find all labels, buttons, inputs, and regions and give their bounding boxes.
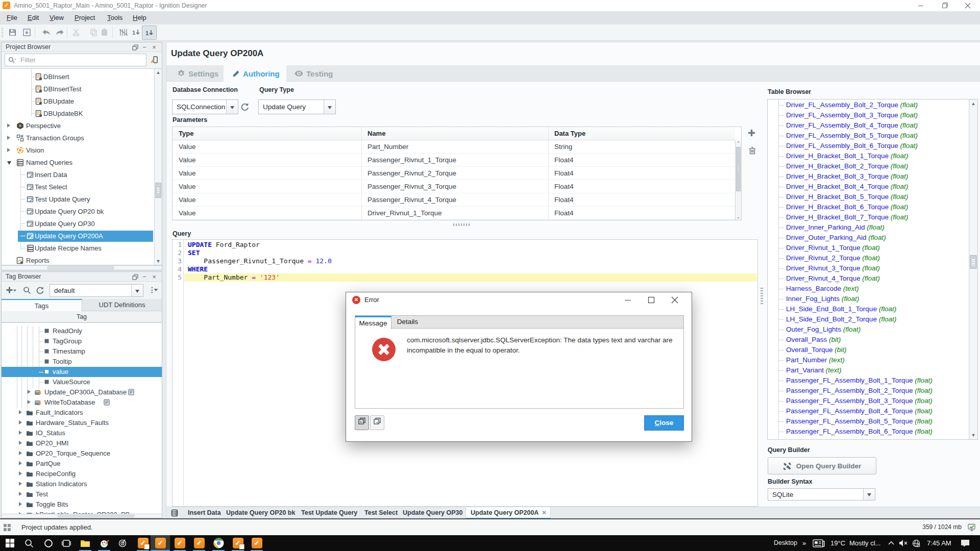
code-line[interactable]: 5 Part_Number = '123' xyxy=(173,273,757,282)
table-column-item[interactable]: Driver_FL_Assembly_Bolt_2_Torque (float) xyxy=(768,100,969,110)
ignition-app-icon[interactable] xyxy=(247,535,266,551)
cut-icon[interactable] xyxy=(72,28,81,37)
project-tree-item[interactable]: DBUpdateBK xyxy=(2,108,154,120)
status-grid-icon[interactable] xyxy=(4,524,11,531)
project-browser-minimize-icon[interactable]: – xyxy=(140,43,149,52)
tree-collapsed-icon[interactable] xyxy=(19,492,22,496)
paste-icon[interactable] xyxy=(100,28,109,37)
table-column-item[interactable]: Driver_H_Bracket_Bolt_1_Torque (float) xyxy=(768,151,969,161)
start-button[interactable] xyxy=(0,535,19,551)
weather-condition[interactable]: Mostly cl... xyxy=(849,535,880,551)
tree-expanded-icon[interactable] xyxy=(7,161,11,165)
tag-tree-item[interactable]: OP20_Torque_Sequence xyxy=(2,448,162,459)
scroll-up-icon[interactable]: ⌃ xyxy=(736,140,741,146)
table-column-item[interactable]: Harness_Barcode (text) xyxy=(768,284,969,294)
ignition-designer-icon[interactable] xyxy=(133,535,153,551)
bottom-tab-update-query-op30[interactable]: Update Query OP30 xyxy=(403,507,462,519)
project-tree-item[interactable]: Update Recipe Names xyxy=(2,242,154,255)
ignition-app-icon[interactable] xyxy=(170,535,189,551)
copy-to-clipboard-button[interactable] xyxy=(355,415,369,430)
tag-tree-item[interactable]: ValueSource xyxy=(2,377,162,387)
tab-authoring[interactable]: Authoring xyxy=(224,65,286,82)
tree-collapsed-icon[interactable] xyxy=(28,390,31,394)
file-explorer-icon[interactable] xyxy=(76,535,95,551)
dialog-maximize-button[interactable] xyxy=(641,292,662,308)
tree-collapsed-icon[interactable] xyxy=(7,136,10,140)
tree-collapsed-icon[interactable] xyxy=(19,431,22,435)
parameter-row[interactable]: ValuePassenger_Rivnut_4_TorqueFloat4 xyxy=(173,193,735,207)
tag-tree-item[interactable]: PartQue xyxy=(2,459,162,469)
window-restore-button[interactable] xyxy=(935,0,952,11)
tag-provider-select[interactable]: default xyxy=(50,284,143,297)
tag-search-icon[interactable] xyxy=(23,286,31,294)
table-column-item[interactable]: Driver_FL_Assembly_Bolt_4_Torque (float) xyxy=(768,120,969,131)
table-column-item[interactable]: Driver_FL_Assembly_Bolt_6_Torque (float) xyxy=(768,141,969,151)
table-column-item[interactable]: Driver_Rivnut_3_Torque (float) xyxy=(768,263,969,273)
tab-settings[interactable]: Settings xyxy=(172,65,224,82)
tag-tree-item[interactable]: TagGroup xyxy=(2,336,162,346)
table-column-item[interactable]: Passenger_FL_Assembly_Bolt_5_Torque (flo… xyxy=(768,416,969,427)
table-column-item[interactable]: Driver_Outer_Parking_Aid (float) xyxy=(768,233,969,243)
close-button[interactable]: Close xyxy=(644,415,684,431)
project-tree-item[interactable]: Reports xyxy=(2,255,154,265)
menu-file[interactable]: File xyxy=(7,11,17,24)
tag-column-header[interactable]: Tag xyxy=(2,311,162,322)
undo-icon[interactable] xyxy=(42,28,51,37)
media-app-icon[interactable] xyxy=(113,535,132,551)
table-column-item[interactable]: Inner_Fog_Lights (float) xyxy=(768,294,969,304)
table-column-item[interactable]: Driver_H_Bracket_Bolt_6_Torque (float) xyxy=(768,202,969,212)
project-tree-vscrollbar[interactable]: ▲ ▼ xyxy=(154,69,162,265)
code-line[interactable]: 2SET xyxy=(173,249,757,257)
scroll-up-icon[interactable]: ▲ xyxy=(155,69,162,76)
add-parameter-icon[interactable] xyxy=(748,129,755,137)
bottom-tab-test-select[interactable]: Test Select xyxy=(364,507,398,519)
delete-parameter-icon[interactable] xyxy=(749,146,756,155)
tag-tree-item[interactable]: RecipeConfig xyxy=(2,469,162,479)
chevron-down-icon[interactable] xyxy=(154,288,158,292)
locate-selection-icon[interactable] xyxy=(150,55,159,64)
dialog-close-button[interactable] xyxy=(665,292,685,308)
taskbar-chevron-right-icon[interactable]: » xyxy=(802,535,806,551)
table-column-item[interactable]: Passenger_FL_Assembly_Bolt_6_Torque (flo… xyxy=(768,427,969,437)
chrome-icon[interactable] xyxy=(209,535,228,551)
project-tree-item[interactable]: DBUpdate xyxy=(2,95,154,108)
project-tree-item[interactable]: Transaction Groups xyxy=(2,132,154,144)
tag-tree-item[interactable]: Hardware_Status_Faults xyxy=(2,418,162,428)
parameters-table-vscrollbar[interactable]: ⌃ ⌄ xyxy=(735,140,741,220)
table-column-item[interactable]: Passenger_FL_Assembly_Bolt_1_Torque (flo… xyxy=(768,375,969,386)
column-header-data-type[interactable]: Data Type xyxy=(548,127,730,140)
paint-app-icon[interactable] xyxy=(94,535,114,551)
scrollbar-thumb[interactable] xyxy=(736,147,741,191)
table-column-item[interactable]: Driver_FL_Assembly_Bolt_3_Torque (float) xyxy=(768,110,969,120)
tab-message[interactable]: Message xyxy=(355,316,391,329)
tag-tree-hscrollbar[interactable] xyxy=(2,514,162,518)
ignition-designer-active-icon[interactable] xyxy=(151,535,170,551)
project-tree-item[interactable]: Named Queries xyxy=(2,157,154,169)
tag-diagnostics-icon[interactable] xyxy=(119,28,128,37)
tree-collapsed-icon[interactable] xyxy=(19,502,22,506)
sort-order-pressed-icon[interactable]: 1 xyxy=(145,29,154,38)
table-column-item[interactable]: Outer_Fog_Lights (float) xyxy=(768,324,969,335)
table-column-item[interactable]: Overall_Pass (bit) xyxy=(768,335,969,345)
table-column-item[interactable]: Driver_Rivnut_1_Torque (float) xyxy=(768,243,969,253)
menu-tools[interactable]: Tools xyxy=(107,11,122,24)
refresh-connections-icon[interactable] xyxy=(240,103,249,111)
tab-tags[interactable]: Tags xyxy=(2,299,82,311)
window-close-button[interactable] xyxy=(959,0,976,11)
table-column-item[interactable]: Driver_H_Bracket_Bolt_7_Torque (float) xyxy=(768,212,969,222)
scrollbar-thumb[interactable] xyxy=(47,266,114,269)
project-tree-item[interactable]: Test Select xyxy=(2,181,154,193)
splitter-handle-horizontal[interactable] xyxy=(453,223,470,226)
weather-temperature[interactable]: 19°C xyxy=(830,535,845,551)
project-filter-input[interactable]: Filter xyxy=(5,54,146,66)
scrollbar-thumb[interactable] xyxy=(155,183,161,198)
clock[interactable]: 7:45 AM xyxy=(927,535,951,551)
show-desktop-label[interactable]: Desktop xyxy=(774,535,797,551)
table-column-item[interactable]: Passenger_FL_Assembly_Bolt_2_Torque (flo… xyxy=(768,386,969,396)
parameter-row[interactable]: ValuePassenger_Rivnut_2_TorqueFloat4 xyxy=(173,167,735,180)
tag-tree-item[interactable]: Tooltip xyxy=(2,357,162,367)
tray-expand-chevron-icon[interactable] xyxy=(888,541,894,545)
bottom-tab-update-query-op20-bk[interactable]: Update Query OP20 bk xyxy=(226,507,295,519)
scrollbar-thumb[interactable] xyxy=(58,515,134,517)
parameter-row[interactable]: ValueDriver_Rivnut_1_TorqueFloat4 xyxy=(173,207,735,220)
